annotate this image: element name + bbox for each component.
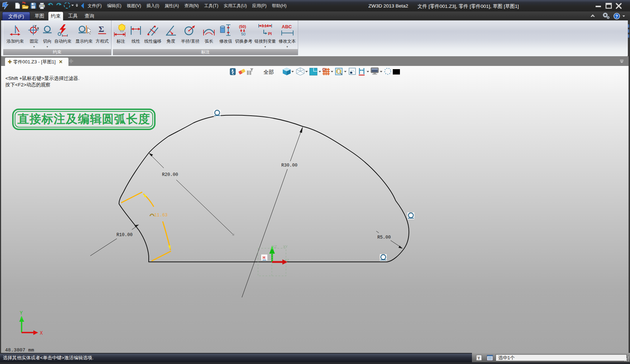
svg-text:Y: Y xyxy=(34,24,37,28)
svg-text:X: X xyxy=(40,330,43,336)
svg-text:R5.00: R5.00 xyxy=(377,235,391,240)
svg-text:R20.00: R20.00 xyxy=(162,172,178,177)
svg-text:R10.00: R10.00 xyxy=(116,233,133,238)
svg-text:H: H xyxy=(263,256,265,260)
svg-text:48.3807 mm: 48.3807 mm xyxy=(5,348,34,353)
svg-text:50: 50 xyxy=(241,32,245,36)
svg-text:PI: PI xyxy=(268,32,272,36)
svg-text:(50): (50) xyxy=(239,24,246,29)
svg-text:11.63: 11.63 xyxy=(154,213,168,218)
svg-text:?: ? xyxy=(615,14,618,19)
svg-text:ABC: ABC xyxy=(282,24,292,29)
svg-text:T: T xyxy=(478,356,481,360)
svg-text:R30.00: R30.00 xyxy=(281,163,297,168)
svg-text:XY: XY xyxy=(283,245,288,249)
svg-text:Y: Y xyxy=(20,310,23,316)
svg-text:3.14: 3.14 xyxy=(262,24,269,28)
svg-text:X: X xyxy=(37,27,39,30)
svg-text:Σ: Σ xyxy=(99,24,104,34)
